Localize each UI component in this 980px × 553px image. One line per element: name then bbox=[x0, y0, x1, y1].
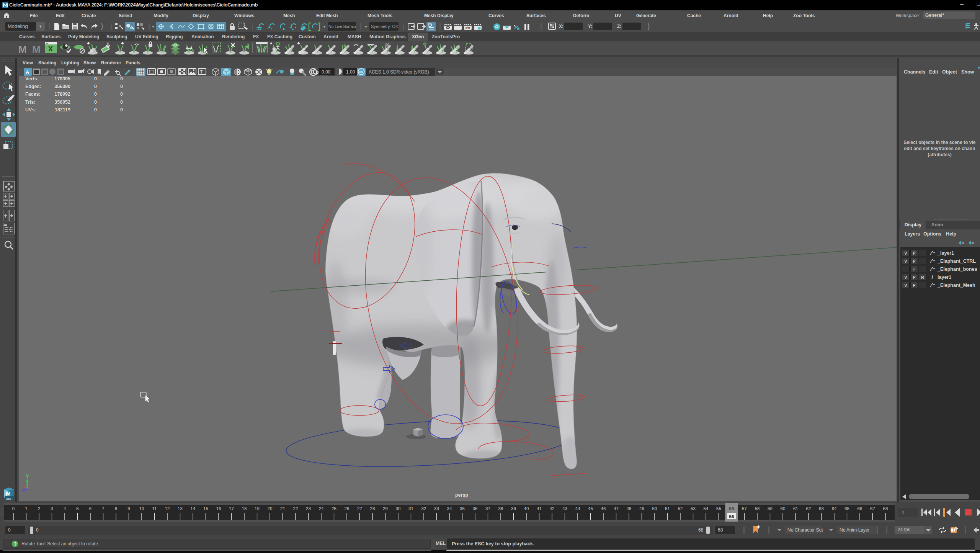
svg-text:y: y bbox=[26, 473, 29, 478]
svg-text:39: 39 bbox=[511, 506, 516, 511]
svg-text:5: 5 bbox=[76, 506, 78, 511]
svg-text:z: z bbox=[19, 490, 20, 494]
svg-text:7: 7 bbox=[102, 506, 104, 511]
svg-text:60: 60 bbox=[781, 506, 786, 511]
svg-text:AYA: AYA bbox=[6, 497, 11, 500]
svg-text:0: 0 bbox=[902, 510, 904, 515]
svg-text:17: 17 bbox=[229, 506, 234, 511]
svg-text:35: 35 bbox=[460, 506, 465, 511]
svg-text:23: 23 bbox=[306, 506, 311, 511]
svg-text:30: 30 bbox=[396, 506, 401, 511]
svg-text:M: M bbox=[18, 44, 27, 55]
svg-text:41: 41 bbox=[537, 506, 542, 511]
svg-text:28: 28 bbox=[370, 506, 375, 511]
svg-text:4: 4 bbox=[64, 506, 66, 511]
svg-text:56: 56 bbox=[729, 506, 734, 511]
svg-text:45: 45 bbox=[588, 506, 593, 511]
svg-text:X: X bbox=[48, 45, 53, 53]
svg-text:43: 43 bbox=[562, 506, 567, 511]
svg-text:8: 8 bbox=[115, 506, 117, 511]
svg-text:22: 22 bbox=[293, 506, 298, 511]
svg-text:48: 48 bbox=[627, 506, 632, 511]
svg-text:47: 47 bbox=[614, 506, 619, 511]
svg-text:33: 33 bbox=[434, 506, 439, 511]
svg-text:62: 62 bbox=[806, 506, 811, 511]
svg-text:11: 11 bbox=[152, 506, 157, 511]
svg-text:44: 44 bbox=[575, 506, 580, 511]
svg-text:1: 1 bbox=[25, 506, 27, 511]
svg-text:1.00: 1.00 bbox=[346, 69, 355, 75]
svg-text:61: 61 bbox=[793, 506, 798, 511]
svg-text:21: 21 bbox=[280, 506, 285, 511]
svg-text:0: 0 bbox=[12, 506, 15, 511]
svg-text:57: 57 bbox=[742, 506, 747, 511]
svg-text:3: 3 bbox=[51, 506, 53, 511]
svg-text:2: 2 bbox=[38, 506, 40, 511]
svg-text:63: 63 bbox=[819, 506, 824, 511]
svg-text:66: 66 bbox=[858, 506, 862, 511]
svg-text:26: 26 bbox=[345, 506, 350, 511]
svg-text:ACES 1.0 SDR-video (sRGB): ACES 1.0 SDR-video (sRGB) bbox=[369, 69, 429, 75]
svg-text:ON: ON bbox=[359, 70, 363, 73]
svg-text:38: 38 bbox=[498, 506, 503, 511]
svg-text:68: 68 bbox=[883, 506, 888, 511]
svg-text:24: 24 bbox=[319, 506, 324, 511]
svg-text:T: T bbox=[200, 69, 203, 75]
svg-text:51: 51 bbox=[665, 506, 670, 511]
svg-text:64: 64 bbox=[832, 506, 837, 511]
svg-text:65: 65 bbox=[844, 506, 849, 511]
svg-text:37: 37 bbox=[485, 506, 490, 511]
svg-text:10: 10 bbox=[139, 506, 144, 511]
svg-text:36: 36 bbox=[473, 506, 478, 511]
svg-text:6: 6 bbox=[89, 506, 91, 511]
svg-text:59: 59 bbox=[768, 506, 773, 511]
svg-text:25: 25 bbox=[332, 506, 336, 511]
svg-text:15: 15 bbox=[203, 506, 208, 511]
svg-text:0.00: 0.00 bbox=[322, 69, 331, 75]
svg-text:14: 14 bbox=[191, 506, 196, 511]
svg-text:29: 29 bbox=[383, 506, 388, 511]
svg-text:54: 54 bbox=[704, 506, 709, 511]
svg-text:52: 52 bbox=[678, 506, 683, 511]
svg-text:M: M bbox=[32, 44, 41, 55]
svg-text:55: 55 bbox=[716, 506, 721, 511]
svg-text:18: 18 bbox=[242, 506, 247, 511]
svg-text:42: 42 bbox=[550, 506, 555, 511]
svg-text:IPR: IPR bbox=[466, 27, 470, 29]
svg-text:67: 67 bbox=[870, 506, 875, 511]
svg-text:34: 34 bbox=[447, 506, 452, 511]
svg-text:12: 12 bbox=[165, 506, 170, 511]
svg-text:40: 40 bbox=[524, 506, 529, 511]
svg-text:A: A bbox=[26, 69, 29, 75]
svg-text:49: 49 bbox=[639, 506, 644, 511]
svg-text:27: 27 bbox=[357, 506, 362, 511]
svg-text:19: 19 bbox=[255, 506, 260, 511]
svg-text:50: 50 bbox=[652, 506, 657, 511]
svg-text:16: 16 bbox=[216, 506, 221, 511]
svg-text:13: 13 bbox=[178, 506, 183, 511]
svg-text:M: M bbox=[6, 490, 11, 497]
svg-text:9: 9 bbox=[127, 506, 130, 511]
svg-text:46: 46 bbox=[601, 506, 606, 511]
svg-text:x: x bbox=[23, 484, 26, 489]
svg-text:53: 53 bbox=[691, 506, 696, 511]
svg-text:56: 56 bbox=[729, 514, 734, 519]
svg-text:58: 58 bbox=[755, 506, 760, 511]
svg-text:?: ? bbox=[14, 542, 16, 547]
svg-text:32: 32 bbox=[421, 506, 426, 511]
svg-text:20: 20 bbox=[268, 506, 273, 511]
svg-text:31: 31 bbox=[408, 506, 413, 511]
